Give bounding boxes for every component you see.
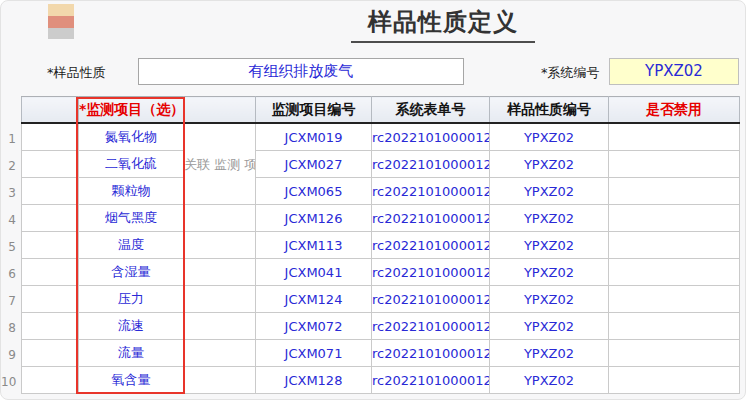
property-code-header: 样品性质编号 [490,97,609,124]
table-row: 烟气黑度JCXM126rc20221010000124YPXZ02 [22,205,740,232]
property-code-cell: YPXZ02 [490,367,609,394]
related-header-cell [184,97,256,124]
monitor-item-cell[interactable]: 烟气黑度 [79,205,184,232]
row-number: 3 [1,180,16,207]
item-code-cell: JCXM126 [256,205,372,232]
disabled-cell [609,205,740,232]
table-row: 流速JCXM072rc20221010000124YPXZ02 [22,313,740,340]
form-code-cell: rc20221010000124 [372,313,490,340]
table-row: 二氧化硫JCXM027rc20221010000124YPXZ02 [22,151,740,178]
form-code-cell: rc20221010000124 [372,178,490,205]
form-code-cell: rc20221010000124 [372,259,490,286]
spacer-cell [22,178,79,205]
item-code-cell: JCXM072 [256,313,372,340]
table-row: 氧含量JCXM128rc20221010000124YPXZ02 [22,367,740,394]
form-code-cell: rc20221010000124 [372,151,490,178]
spacer-cell [22,259,79,286]
spacer-cell [22,367,79,394]
spacer-cell [22,123,79,151]
disabled-cell [609,286,740,313]
row-number: 9 [1,342,16,369]
page: 样品性质定义 *样品性质 有组织排放废气 *系统编号 YPXZ02 123456… [0,0,746,400]
row-number: 8 [1,315,16,342]
monitor-item-cell[interactable]: 流速 [79,313,184,340]
related-empty-cell [184,286,256,313]
property-code-cell: YPXZ02 [490,232,609,259]
row-number: 5 [1,234,16,261]
monitor-item-cell[interactable]: 氮氧化物 [79,123,184,151]
sample-property-label: *样品性质 [47,64,106,82]
form-code-header: 系统表单号 [372,97,490,124]
form-code-cell: rc20221010000124 [372,286,490,313]
property-code-cell: YPXZ02 [490,178,609,205]
row-number: 4 [1,207,16,234]
spacer-cell [22,313,79,340]
table-row: 流量JCXM071rc20221010000124YPXZ02 [22,340,740,367]
form-code-cell: rc20221010000124 [372,123,490,151]
sample-property-input[interactable]: 有组织排放废气 [138,58,464,85]
system-code-label: *系统编号 [541,64,600,82]
page-title: 样品性质定义 [351,6,535,43]
spacer-cell [22,151,79,178]
row-number: 10 [1,369,16,396]
property-code-cell: YPXZ02 [490,340,609,367]
monitor-item-cell[interactable]: 含湿量 [79,259,184,286]
property-code-cell: YPXZ02 [490,259,609,286]
disabled-cell [609,123,740,151]
monitor-item-cell[interactable]: 流量 [79,340,184,367]
spacer-cell [22,232,79,259]
table-header-row: *监测项目（选） 监测项目编号 系统表单号 样品性质编号 是否禁用 [22,97,740,124]
property-code-cell: YPXZ02 [490,151,609,178]
form-code-cell: rc20221010000124 [372,232,490,259]
item-code-cell: JCXM113 [256,232,372,259]
related-empty-cell [184,232,256,259]
table-row: 含湿量JCXM041rc20221010000124YPXZ02 [22,259,740,286]
disabled-header: 是否禁用 [609,97,740,124]
property-code-cell: YPXZ02 [490,286,609,313]
monitor-item-cell[interactable]: 颗粒物 [79,178,184,205]
table-body: 氮氧化物关联 监测 项目JCXM019rc20221010000124YPXZ0… [22,123,740,394]
property-code-cell: YPXZ02 [490,205,609,232]
disabled-cell [609,151,740,178]
item-code-header: 监测项目编号 [256,97,372,124]
spacer-cell [22,286,79,313]
table-row: 颗粒物JCXM065rc20221010000124YPXZ02 [22,178,740,205]
item-code-cell: JCXM019 [256,123,372,151]
disabled-cell [609,232,740,259]
monitor-item-cell[interactable]: 压力 [79,286,184,313]
monitor-item-cell[interactable]: 氧含量 [79,367,184,394]
related-empty-cell [184,340,256,367]
row-number-gutter: 12345678910 [1,126,16,396]
item-code-cell: JCXM041 [256,259,372,286]
spacer-header-cell [22,97,79,124]
row-number: 7 [1,288,16,315]
related-empty-cell [184,205,256,232]
table-row: 温度JCXM113rc20221010000124YPXZ02 [22,232,740,259]
form-code-cell: rc20221010000124 [372,340,490,367]
disabled-cell [609,367,740,394]
monitor-item-cell[interactable]: 温度 [79,232,184,259]
form-code-cell: rc20221010000124 [372,367,490,394]
property-code-cell: YPXZ02 [490,123,609,151]
related-empty-cell [184,367,256,394]
related-items-label: 关联 监测 项目 [184,123,256,205]
item-code-cell: JCXM128 [256,367,372,394]
item-code-cell: JCXM065 [256,178,372,205]
table-row: 氮氧化物关联 监测 项目JCXM019rc20221010000124YPXZ0… [22,123,740,151]
definition-table: *监测项目（选） 监测项目编号 系统表单号 样品性质编号 是否禁用 氮氧化物关联… [21,96,740,394]
disabled-cell [609,259,740,286]
app-logo-icon [48,4,74,39]
spacer-cell [22,205,79,232]
row-number: 1 [1,126,16,153]
disabled-cell [609,313,740,340]
disabled-cell [609,178,740,205]
system-code-input[interactable]: YPXZ02 [609,58,739,85]
row-number: 6 [1,261,16,288]
item-code-cell: JCXM027 [256,151,372,178]
related-empty-cell [184,313,256,340]
item-code-cell: JCXM124 [256,286,372,313]
related-empty-cell [184,259,256,286]
table-row: 压力JCXM124rc20221010000124YPXZ02 [22,286,740,313]
form-code-cell: rc20221010000124 [372,205,490,232]
monitor-item-cell[interactable]: 二氧化硫 [79,151,184,178]
